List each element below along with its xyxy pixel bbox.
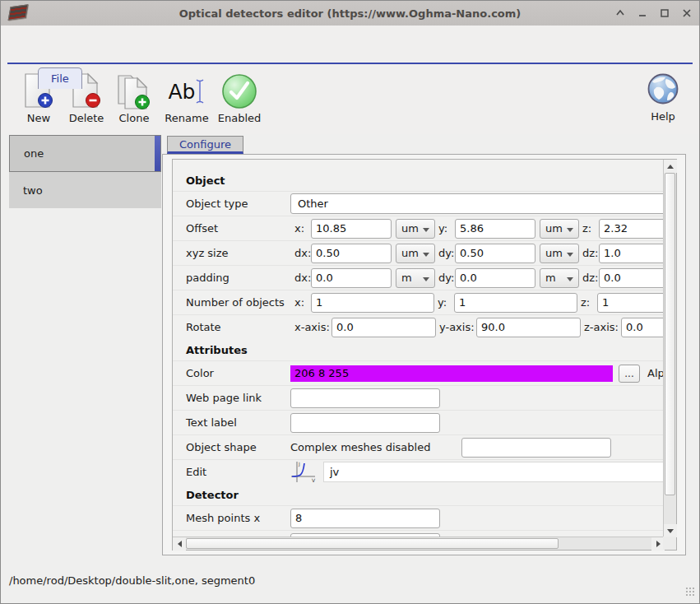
offset-y-input[interactable] [455, 219, 535, 239]
field-label: Mesh points x [186, 512, 290, 524]
offset-y-unit-select[interactable]: um [540, 219, 579, 239]
close-button[interactable] [681, 7, 693, 19]
segment-item-one[interactable]: one [9, 135, 161, 172]
axis-key-label: y: [438, 296, 454, 309]
ribbon-accent-line [7, 63, 693, 64]
field-label: Object shape [186, 441, 290, 453]
shade-button[interactable] [614, 7, 626, 19]
edit-select[interactable]: jv [323, 462, 664, 482]
clone-button-label: Clone [119, 112, 150, 124]
chevron-down-icon [423, 228, 429, 232]
axis-key-label: dx: [294, 272, 311, 284]
object-type-select[interactable]: Other [290, 193, 664, 214]
rename-button[interactable]: Ab Rename [159, 65, 215, 134]
unit-value: um [545, 247, 563, 259]
segment-item-two[interactable]: two [9, 172, 161, 208]
section-header-object: Object [173, 170, 664, 191]
padding-dx-unit-select[interactable]: m [396, 268, 435, 288]
offset-z-input[interactable] [599, 219, 664, 239]
svg-text:V: V [312, 477, 316, 483]
object-shape-input[interactable] [461, 438, 611, 458]
axis-key-label: z: [581, 296, 597, 309]
enabled-button-label: Enabled [218, 112, 262, 124]
padding-dx-input[interactable] [311, 268, 392, 288]
form-row-xyz-size: xyz size dx: um dy: um dz: [173, 240, 664, 265]
size-dx-input[interactable] [311, 244, 392, 263]
scroll-left-button[interactable] [173, 537, 186, 551]
field-label: Web page link [186, 392, 290, 404]
size-dy-unit-select[interactable]: um [540, 244, 579, 263]
enabled-check-icon [220, 72, 258, 111]
offset-x-input[interactable] [311, 219, 392, 239]
mesh-points-x-input[interactable] [290, 509, 440, 528]
count-y-input[interactable] [454, 293, 577, 313]
help-button[interactable]: Help [638, 65, 688, 123]
field-label: Rotate [186, 321, 290, 333]
rotate-z-input[interactable] [621, 318, 664, 337]
svg-text:J: J [298, 461, 300, 467]
padding-dy-unit-select[interactable]: m [540, 268, 579, 288]
axis-key-label: y-axis: [439, 321, 476, 333]
field-label: Number of objects [186, 296, 290, 309]
vertical-scrollbar[interactable] [663, 160, 676, 537]
chevron-down-icon [423, 253, 429, 257]
field-label: Offset [186, 222, 290, 235]
color-picker-button[interactable]: ... [619, 365, 640, 383]
scroll-up-button[interactable] [664, 160, 677, 173]
form-row-edit: Edit J V jv [173, 459, 664, 484]
size-dx-unit-select[interactable]: um [396, 244, 435, 263]
axis-key-label: dz: [582, 247, 599, 259]
alpha-label: Alph [647, 367, 664, 379]
color-rgb-value: 206 8 255 [294, 367, 349, 379]
tab-configure-label: Configure [179, 138, 231, 151]
minimize-icon [637, 7, 648, 19]
padding-dz-input[interactable] [599, 268, 664, 288]
axis-key-label: x-axis: [294, 321, 331, 333]
axis-key-label: x: [294, 222, 311, 235]
color-swatch[interactable]: 206 8 255 [290, 365, 613, 382]
vertical-scrollbar-handle[interactable] [665, 173, 675, 495]
enabled-button[interactable]: Enabled [216, 65, 262, 134]
offset-x-unit-select[interactable]: um [396, 219, 435, 239]
chevron-down-icon [567, 277, 573, 281]
rotate-x-input[interactable] [331, 318, 436, 337]
maximize-button[interactable] [659, 7, 670, 19]
edit-value: jv [330, 466, 339, 478]
form-row-object-type: Object type Other [173, 191, 664, 216]
chevron-down-icon [567, 228, 573, 232]
rotate-y-input[interactable] [476, 318, 581, 337]
form-row-number-of-objects: Number of objects x: y: z: [173, 290, 664, 314]
help-button-label: Help [651, 110, 675, 123]
form-viewport: Object Object type Other Offset x: um y:… [173, 160, 664, 537]
complex-meshes-note: Complex meshes disabled [290, 441, 461, 453]
horizontal-scrollbar-handle[interactable] [186, 538, 559, 549]
size-dz-input[interactable] [599, 244, 664, 263]
chevron-up-icon [614, 7, 626, 19]
scroll-down-button[interactable] [664, 524, 677, 537]
count-z-input[interactable] [597, 293, 664, 313]
field-label: padding [186, 272, 290, 284]
text-label-input[interactable] [290, 413, 440, 433]
axis-key-label: z-axis: [584, 321, 621, 333]
count-x-input[interactable] [311, 293, 434, 313]
tab-file-label: File [51, 72, 69, 85]
arrow-right-icon [656, 541, 661, 547]
tab-configure[interactable]: Configure [167, 136, 243, 154]
resize-grip-icon[interactable] [685, 587, 695, 597]
padding-dy-input[interactable] [455, 268, 535, 288]
status-path: /home/rod/Desktop/double-slit,one, segme… [9, 574, 255, 587]
object-type-value: Other [298, 197, 328, 210]
axis-key-label: z: [582, 222, 599, 235]
web-page-link-input[interactable] [290, 388, 440, 408]
form-row-web-page-link: Web page link [173, 385, 664, 410]
arrow-down-icon [667, 529, 674, 533]
horizontal-scrollbar[interactable] [173, 537, 665, 550]
unit-value: m [545, 272, 556, 284]
rename-text-icon: Ab [169, 72, 206, 111]
size-dy-input[interactable] [455, 244, 535, 263]
form-row-offset: Offset x: um y: um z: [173, 216, 664, 240]
rename-button-label: Rename [165, 112, 208, 124]
tab-file[interactable]: File [38, 67, 82, 89]
clone-button[interactable]: Clone [111, 65, 157, 134]
minimize-button[interactable] [637, 7, 648, 19]
